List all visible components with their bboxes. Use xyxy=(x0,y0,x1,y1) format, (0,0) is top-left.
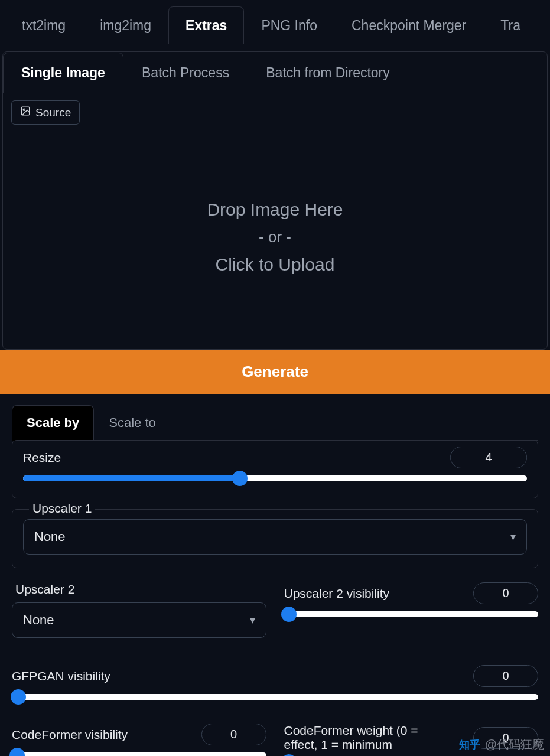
watermark: 知乎 @代码狂魔 xyxy=(458,737,544,752)
image-dropzone[interactable]: Drop Image Here - or - Click to Upload xyxy=(3,125,547,349)
gfpgan-input[interactable] xyxy=(473,665,538,687)
watermark-text: @代码狂魔 xyxy=(485,737,544,752)
dropzone-line2: - or - xyxy=(259,228,291,246)
upscaler2-visibility-input[interactable] xyxy=(473,582,538,604)
main-tabs: txt2img img2img Extras PNG Info Checkpoi… xyxy=(0,0,550,44)
codeformer-visibility-input[interactable] xyxy=(201,724,266,745)
upscaler2-label: Upscaler 2 xyxy=(12,572,266,602)
chevron-down-icon: ▾ xyxy=(250,614,255,627)
upscaler2-value: None xyxy=(23,612,54,628)
upscaler2-visibility-slider[interactable] xyxy=(284,611,539,617)
image-icon xyxy=(20,106,31,119)
source-label: Source xyxy=(35,106,71,119)
zhihu-logo-icon: 知乎 xyxy=(458,739,481,751)
dropzone-line3: Click to Upload xyxy=(216,255,335,275)
gfpgan-thumb[interactable] xyxy=(11,689,26,705)
tab-png-info[interactable]: PNG Info xyxy=(244,6,334,44)
resize-field: Resize xyxy=(12,440,538,498)
tab-scale-by[interactable]: Scale by xyxy=(12,405,94,441)
tab-img2img[interactable]: img2img xyxy=(83,6,168,44)
codeformer-visibility-label: CodeFormer visibility xyxy=(12,728,128,742)
tab-train[interactable]: Tra xyxy=(483,6,538,44)
subtab-batch-process[interactable]: Batch Process xyxy=(123,53,248,93)
upscaler1-label: Upscaler 1 xyxy=(29,501,95,516)
upscaler2-col: Upscaler 2 None ▾ xyxy=(12,572,266,638)
resize-label: Resize xyxy=(23,451,61,465)
generate-button[interactable]: Generate xyxy=(0,350,550,394)
upscaler2-select[interactable]: None ▾ xyxy=(12,602,266,638)
upscaler2-visibility-col: Upscaler 2 visibility xyxy=(284,572,539,638)
chevron-down-icon: ▾ xyxy=(510,530,516,543)
tab-scale-to[interactable]: Scale to xyxy=(94,405,171,441)
source-badge: Source xyxy=(11,100,80,125)
gfpgan-slider[interactable] xyxy=(12,694,538,700)
upscaler1-select[interactable]: None ▾ xyxy=(23,519,527,555)
gfpgan-group: GFPGAN visibility xyxy=(12,662,538,700)
resize-value-input[interactable] xyxy=(450,447,527,468)
upscaler1-value: None xyxy=(34,529,66,545)
upscaler2-visibility-label: Upscaler 2 visibility xyxy=(284,586,390,601)
scale-tabs: Scale by Scale to xyxy=(12,405,538,441)
resize-slider[interactable] xyxy=(23,475,527,481)
subtab-single-image[interactable]: Single Image xyxy=(3,53,123,93)
codeformer-visibility-slider[interactable] xyxy=(12,752,266,756)
tab-checkpoint-merger[interactable]: Checkpoint Merger xyxy=(334,6,483,44)
gfpgan-label: GFPGAN visibility xyxy=(12,669,110,683)
scale-panel: Scale by Scale to Resize Upscaler 1 None… xyxy=(12,405,538,756)
svg-point-1 xyxy=(23,109,25,110)
tab-extras[interactable]: Extras xyxy=(168,6,244,44)
tab-txt2img[interactable]: txt2img xyxy=(5,6,83,44)
subtab-batch-from-directory[interactable]: Batch from Directory xyxy=(248,53,408,93)
codeformer-visibility-col: CodeFormer visibility xyxy=(12,720,266,756)
resize-slider-thumb[interactable] xyxy=(232,471,248,486)
extras-panel: Single Image Batch Process Batch from Di… xyxy=(2,51,548,350)
upscaler1-group: Upscaler 1 None ▾ xyxy=(12,509,538,568)
codeformer-weight-label: CodeFormer weight (0 = effect, 1 = minim… xyxy=(284,724,426,752)
dropzone-line1: Drop Image Here xyxy=(207,200,343,220)
extras-subtabs: Single Image Batch Process Batch from Di… xyxy=(3,52,547,93)
upscaler2-visibility-thumb[interactable] xyxy=(281,607,297,622)
